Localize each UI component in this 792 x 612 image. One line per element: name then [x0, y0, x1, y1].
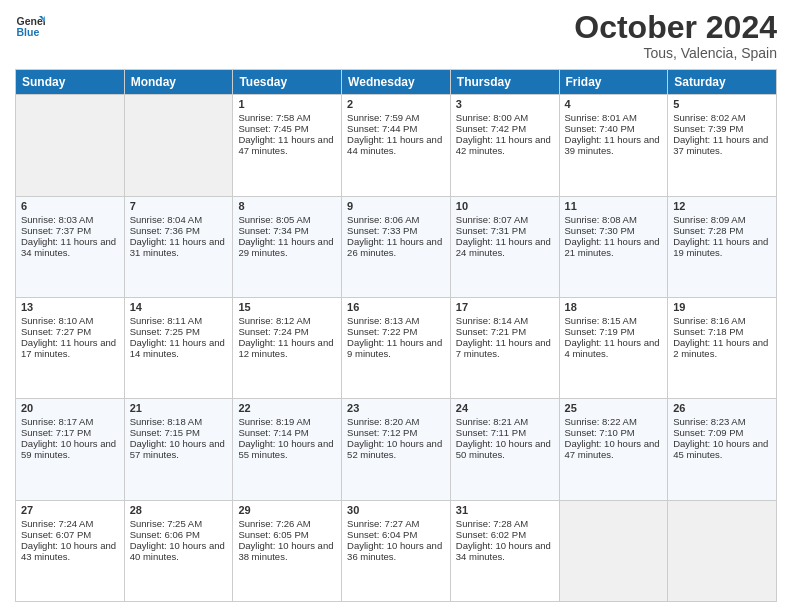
- daylight-text: Daylight: 10 hours and 40 minutes.: [130, 540, 225, 562]
- calendar-cell: 1Sunrise: 7:58 AMSunset: 7:45 PMDaylight…: [233, 95, 342, 196]
- sunset-text: Sunset: 7:40 PM: [565, 123, 635, 134]
- sunrise-text: Sunrise: 8:16 AM: [673, 315, 745, 326]
- daylight-text: Daylight: 11 hours and 2 minutes.: [673, 337, 768, 359]
- sunrise-text: Sunrise: 8:14 AM: [456, 315, 528, 326]
- daylight-text: Daylight: 10 hours and 55 minutes.: [238, 438, 333, 460]
- day-number: 23: [347, 402, 445, 414]
- calendar-table: SundayMondayTuesdayWednesdayThursdayFrid…: [15, 69, 777, 602]
- daylight-text: Daylight: 11 hours and 14 minutes.: [130, 337, 225, 359]
- calendar-week-row: 13Sunrise: 8:10 AMSunset: 7:27 PMDayligh…: [16, 297, 777, 398]
- calendar-cell: 29Sunrise: 7:26 AMSunset: 6:05 PMDayligh…: [233, 500, 342, 601]
- day-number: 16: [347, 301, 445, 313]
- sunset-text: Sunset: 7:44 PM: [347, 123, 417, 134]
- sunrise-text: Sunrise: 8:08 AM: [565, 214, 637, 225]
- sunset-text: Sunset: 7:37 PM: [21, 225, 91, 236]
- day-number: 20: [21, 402, 119, 414]
- day-number: 9: [347, 200, 445, 212]
- sunset-text: Sunset: 6:06 PM: [130, 529, 200, 540]
- sunset-text: Sunset: 7:17 PM: [21, 427, 91, 438]
- sunset-text: Sunset: 7:33 PM: [347, 225, 417, 236]
- calendar-week-row: 20Sunrise: 8:17 AMSunset: 7:17 PMDayligh…: [16, 399, 777, 500]
- sunset-text: Sunset: 7:19 PM: [565, 326, 635, 337]
- sunrise-text: Sunrise: 8:01 AM: [565, 112, 637, 123]
- daylight-text: Daylight: 11 hours and 19 minutes.: [673, 236, 768, 258]
- sunrise-text: Sunrise: 7:26 AM: [238, 518, 310, 529]
- day-number: 24: [456, 402, 554, 414]
- day-number: 26: [673, 402, 771, 414]
- calendar-cell: 8Sunrise: 8:05 AMSunset: 7:34 PMDaylight…: [233, 196, 342, 297]
- calendar-cell: 2Sunrise: 7:59 AMSunset: 7:44 PMDaylight…: [342, 95, 451, 196]
- sunrise-text: Sunrise: 8:19 AM: [238, 416, 310, 427]
- calendar-cell: 6Sunrise: 8:03 AMSunset: 7:37 PMDaylight…: [16, 196, 125, 297]
- day-number: 25: [565, 402, 663, 414]
- sunset-text: Sunset: 7:36 PM: [130, 225, 200, 236]
- daylight-text: Daylight: 11 hours and 44 minutes.: [347, 134, 442, 156]
- logo: General Blue: [15, 10, 45, 40]
- day-number: 28: [130, 504, 228, 516]
- daylight-text: Daylight: 10 hours and 52 minutes.: [347, 438, 442, 460]
- day-number: 18: [565, 301, 663, 313]
- calendar-cell: [124, 95, 233, 196]
- sunset-text: Sunset: 7:18 PM: [673, 326, 743, 337]
- daylight-text: Daylight: 11 hours and 29 minutes.: [238, 236, 333, 258]
- day-number: 6: [21, 200, 119, 212]
- calendar-cell: [668, 500, 777, 601]
- daylight-text: Daylight: 11 hours and 42 minutes.: [456, 134, 551, 156]
- daylight-text: Daylight: 10 hours and 45 minutes.: [673, 438, 768, 460]
- daylight-text: Daylight: 10 hours and 50 minutes.: [456, 438, 551, 460]
- daylight-text: Daylight: 11 hours and 7 minutes.: [456, 337, 551, 359]
- sunrise-text: Sunrise: 7:28 AM: [456, 518, 528, 529]
- weekday-header-monday: Monday: [124, 70, 233, 95]
- sunrise-text: Sunrise: 7:24 AM: [21, 518, 93, 529]
- calendar-cell: 3Sunrise: 8:00 AMSunset: 7:42 PMDaylight…: [450, 95, 559, 196]
- sunrise-text: Sunrise: 8:13 AM: [347, 315, 419, 326]
- sunset-text: Sunset: 7:09 PM: [673, 427, 743, 438]
- daylight-text: Daylight: 11 hours and 4 minutes.: [565, 337, 660, 359]
- calendar-cell: 10Sunrise: 8:07 AMSunset: 7:31 PMDayligh…: [450, 196, 559, 297]
- calendar-cell: 19Sunrise: 8:16 AMSunset: 7:18 PMDayligh…: [668, 297, 777, 398]
- weekday-header-friday: Friday: [559, 70, 668, 95]
- calendar-cell: [16, 95, 125, 196]
- day-number: 4: [565, 98, 663, 110]
- sunset-text: Sunset: 7:27 PM: [21, 326, 91, 337]
- sunrise-text: Sunrise: 7:59 AM: [347, 112, 419, 123]
- calendar-cell: 16Sunrise: 8:13 AMSunset: 7:22 PMDayligh…: [342, 297, 451, 398]
- sunrise-text: Sunrise: 7:27 AM: [347, 518, 419, 529]
- title-block: October 2024 Tous, Valencia, Spain: [574, 10, 777, 61]
- sunset-text: Sunset: 7:31 PM: [456, 225, 526, 236]
- sunset-text: Sunset: 6:04 PM: [347, 529, 417, 540]
- daylight-text: Daylight: 10 hours and 43 minutes.: [21, 540, 116, 562]
- calendar-cell: 15Sunrise: 8:12 AMSunset: 7:24 PMDayligh…: [233, 297, 342, 398]
- sunrise-text: Sunrise: 8:04 AM: [130, 214, 202, 225]
- sunrise-text: Sunrise: 8:00 AM: [456, 112, 528, 123]
- calendar-cell: 13Sunrise: 8:10 AMSunset: 7:27 PMDayligh…: [16, 297, 125, 398]
- day-number: 31: [456, 504, 554, 516]
- calendar-week-row: 6Sunrise: 8:03 AMSunset: 7:37 PMDaylight…: [16, 196, 777, 297]
- daylight-text: Daylight: 11 hours and 26 minutes.: [347, 236, 442, 258]
- sunset-text: Sunset: 6:05 PM: [238, 529, 308, 540]
- calendar-cell: 14Sunrise: 8:11 AMSunset: 7:25 PMDayligh…: [124, 297, 233, 398]
- sunset-text: Sunset: 7:21 PM: [456, 326, 526, 337]
- sunrise-text: Sunrise: 8:23 AM: [673, 416, 745, 427]
- sunrise-text: Sunrise: 7:58 AM: [238, 112, 310, 123]
- calendar-cell: 20Sunrise: 8:17 AMSunset: 7:17 PMDayligh…: [16, 399, 125, 500]
- sunset-text: Sunset: 7:45 PM: [238, 123, 308, 134]
- sunrise-text: Sunrise: 8:15 AM: [565, 315, 637, 326]
- calendar-cell: 31Sunrise: 7:28 AMSunset: 6:02 PMDayligh…: [450, 500, 559, 601]
- sunrise-text: Sunrise: 8:22 AM: [565, 416, 637, 427]
- sunset-text: Sunset: 7:39 PM: [673, 123, 743, 134]
- calendar-week-row: 1Sunrise: 7:58 AMSunset: 7:45 PMDaylight…: [16, 95, 777, 196]
- sunset-text: Sunset: 7:30 PM: [565, 225, 635, 236]
- sunset-text: Sunset: 6:07 PM: [21, 529, 91, 540]
- sunrise-text: Sunrise: 8:02 AM: [673, 112, 745, 123]
- calendar-cell: 12Sunrise: 8:09 AMSunset: 7:28 PMDayligh…: [668, 196, 777, 297]
- daylight-text: Daylight: 11 hours and 31 minutes.: [130, 236, 225, 258]
- calendar-cell: 28Sunrise: 7:25 AMSunset: 6:06 PMDayligh…: [124, 500, 233, 601]
- sunrise-text: Sunrise: 8:17 AM: [21, 416, 93, 427]
- day-number: 7: [130, 200, 228, 212]
- calendar-week-row: 27Sunrise: 7:24 AMSunset: 6:07 PMDayligh…: [16, 500, 777, 601]
- day-number: 22: [238, 402, 336, 414]
- day-number: 14: [130, 301, 228, 313]
- sunrise-text: Sunrise: 8:21 AM: [456, 416, 528, 427]
- day-number: 8: [238, 200, 336, 212]
